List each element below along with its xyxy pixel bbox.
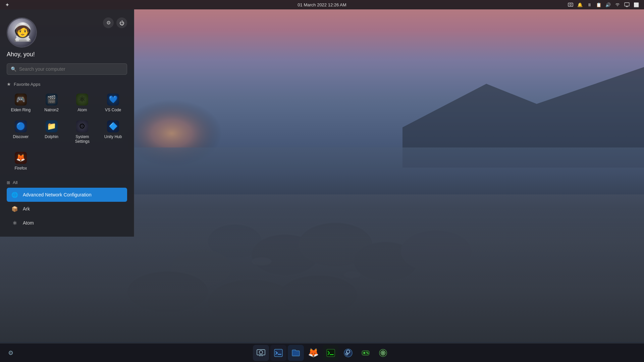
app-item-natron2[interactable]: 🎬Natron2 <box>38 91 66 115</box>
svg-point-4 <box>208 225 262 258</box>
app-icon-firefox: 🦊 <box>15 152 27 164</box>
all-app-label-atom-app: Atom <box>23 220 34 226</box>
svg-point-1 <box>107 77 309 211</box>
all-app-label-advanced-network: Advanced Network Configuration <box>23 192 92 197</box>
svg-point-7 <box>299 223 372 266</box>
app-label-vscode: VS Code <box>105 108 121 112</box>
app-label-dolphin: Dolphin <box>45 134 58 139</box>
all-app-icon-ark: 📦 <box>11 205 19 213</box>
app-item-atom[interactable]: ⚛Atom <box>68 91 97 115</box>
grid-icon: ⊞ <box>7 180 10 185</box>
svg-point-12 <box>280 276 357 314</box>
search-wrapper: 🔍 <box>7 63 127 75</box>
user-area: ⚙ ⏻ Ahoy, you! <box>0 9 134 63</box>
app-label-natron2: Natron2 <box>44 108 59 112</box>
settings-button[interactable]: ⚙ <box>103 17 114 28</box>
svg-point-26 <box>367 352 368 353</box>
svg-point-19 <box>259 351 263 354</box>
all-apps-section: ⊞ All 🌐Advanced Network Configuration📦Ar… <box>0 177 134 231</box>
taskbar-firefox[interactable]: 🦊 <box>305 345 321 361</box>
svg-point-11 <box>208 280 295 323</box>
svg-point-13 <box>252 257 272 265</box>
app-icon-vscode: 💙 <box>107 94 119 106</box>
svg-point-27 <box>368 353 369 354</box>
all-app-label-ark: Ark <box>23 206 30 212</box>
apps-grid: 🎮Elden Ring🎬Natron2⚛Atom💙VS Code🔵Discove… <box>7 91 127 173</box>
topbar-tray: 🔔 ⏸ 📋 🔊 ⬜ <box>567 1 640 8</box>
app-label-atom: Atom <box>77 108 87 112</box>
search-container: 🔍 <box>0 63 134 79</box>
all-app-item-ark[interactable]: 📦Ark <box>7 202 127 216</box>
svg-point-10 <box>127 272 208 312</box>
app-launcher: ⚙ ⏻ Ahoy, you! 🔍 ★ Favorite Apps 🎮Elden … <box>0 9 134 237</box>
all-app-item-advanced-network[interactable]: 🌐Advanced Network Configuration <box>7 188 127 202</box>
svg-point-14 <box>344 272 361 278</box>
taskbar-dolphin-files[interactable] <box>288 345 304 361</box>
search-input[interactable] <box>7 63 127 75</box>
tray-screenshot-icon[interactable] <box>567 1 574 8</box>
svg-point-5 <box>252 235 319 275</box>
app-item-unity-hub[interactable]: 🔷Unity Hub <box>99 118 127 146</box>
tray-display-icon[interactable] <box>623 1 631 8</box>
app-icon-atom: ⚛ <box>76 94 88 106</box>
taskbar-konsole[interactable] <box>270 345 286 361</box>
app-label-unity-hub: Unity Hub <box>104 134 122 139</box>
topbar: ✦ 01 March 2022 12:26 AM 🔔 ⏸ 📋 🔊 ⬜ <box>0 0 644 9</box>
tray-expand-icon[interactable]: ⬜ <box>633 1 640 8</box>
svg-point-9 <box>401 231 471 272</box>
svg-rect-15 <box>568 3 573 6</box>
all-app-item-atom-app[interactable]: ⚛Atom <box>7 216 127 230</box>
favorite-apps-header: ★ Favorite Apps <box>7 81 127 87</box>
app-icon-natron2: 🎬 <box>46 94 58 106</box>
favorite-apps-section: ★ Favorite Apps 🎮Elden Ring🎬Natron2⚛Atom… <box>0 79 134 177</box>
tray-media-icon[interactable]: ⏸ <box>586 1 593 8</box>
tray-network-icon[interactable] <box>614 1 621 8</box>
all-app-icon-advanced-network: 🌐 <box>11 191 19 199</box>
taskbar-kde-button[interactable]: ⚙ <box>4 346 17 360</box>
svg-point-8 <box>354 242 418 281</box>
app-icon-elden-ring: 🎮 <box>15 94 27 106</box>
app-item-dolphin[interactable]: 📁Dolphin <box>38 118 66 146</box>
datetime-text: 01 March 2022 12:26 AM <box>298 2 346 7</box>
app-label-system-settings: System Settings <box>70 134 95 144</box>
tray-notifications-icon[interactable]: 🔔 <box>576 1 584 8</box>
app-icon-system-settings: ⚙ <box>76 120 88 132</box>
app-label-firefox: Firefox <box>15 166 27 171</box>
avatar-image <box>8 18 36 47</box>
app-item-firefox[interactable]: 🦊Firefox <box>7 149 35 173</box>
favorite-apps-label: Favorite Apps <box>14 82 41 87</box>
user-controls: ⚙ ⏻ <box>103 17 127 28</box>
svg-rect-21 <box>327 349 335 357</box>
app-icon-discover: 🔵 <box>15 120 27 132</box>
taskbar-terminal[interactable] <box>323 345 339 361</box>
svg-point-16 <box>570 4 572 6</box>
taskbar-kde[interactable] <box>375 345 391 361</box>
all-apps-list: 🌐Advanced Network Configuration📦Ark⚛Atom <box>7 188 127 230</box>
app-label-elden-ring: Elden Ring <box>11 108 31 112</box>
desktop-icon: ✦ <box>4 2 10 8</box>
app-item-system-settings[interactable]: ⚙System Settings <box>68 118 97 146</box>
topbar-datetime: 01 March 2022 12:26 AM <box>298 2 346 7</box>
all-apps-header: ⊞ All <box>7 180 127 185</box>
username: Ahoy, you! <box>7 51 35 58</box>
tray-clipboard-icon[interactable]: 📋 <box>595 1 602 8</box>
taskbar-system[interactable] <box>253 345 269 361</box>
app-item-discover[interactable]: 🔵Discover <box>7 118 35 146</box>
topbar-left: ✦ <box>4 2 10 8</box>
taskbar-gaming[interactable] <box>358 345 374 361</box>
app-item-elden-ring[interactable]: 🎮Elden Ring <box>7 91 35 115</box>
svg-rect-17 <box>625 3 629 6</box>
app-item-vscode[interactable]: 💙VS Code <box>99 91 127 115</box>
star-icon: ★ <box>7 81 11 87</box>
svg-rect-20 <box>274 349 282 357</box>
all-apps-label: All <box>13 180 17 185</box>
app-label-discover: Discover <box>13 134 29 139</box>
all-app-icon-atom-app: ⚛ <box>11 219 19 227</box>
avatar <box>7 17 37 48</box>
power-button[interactable]: ⏻ <box>116 17 127 28</box>
svg-point-6 <box>171 250 231 287</box>
taskbar-steam[interactable] <box>340 345 356 361</box>
tray-volume-icon[interactable]: 🔊 <box>604 1 612 8</box>
app-icon-unity-hub: 🔷 <box>107 120 119 132</box>
taskbar: ⚙ 🦊 <box>0 343 644 362</box>
